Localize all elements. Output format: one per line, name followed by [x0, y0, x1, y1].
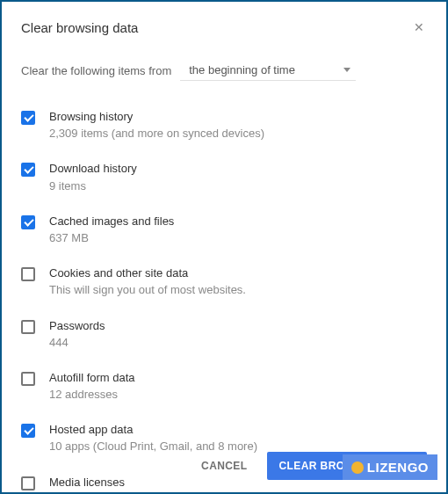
item-sublabel: 9 items [49, 178, 427, 194]
item-label: Hosted app data [49, 422, 427, 438]
item-sublabel: 637 MB [49, 230, 427, 246]
list-item: Passwords444 [21, 309, 427, 361]
item-text: Autofill form data12 addresses [49, 370, 427, 403]
list-item: Browsing history2,309 items (and more on… [21, 100, 427, 152]
clear-button[interactable]: CLEAR BROWSING DATA [267, 452, 427, 480]
clear-data-dialog: Clear browsing data ✕ Clear the followin… [2, 2, 446, 494]
item-text: Download history9 items [49, 161, 427, 193]
list-item: Autofill form data12 addresses [21, 361, 427, 413]
item-sublabel: This will sign you out of most websites. [49, 282, 427, 298]
checkbox[interactable] [21, 215, 35, 229]
chevron-down-icon [343, 68, 350, 72]
close-icon[interactable]: ✕ [411, 19, 427, 35]
item-text: Passwords444 [49, 318, 427, 351]
list-item: Cookies and other site dataThis will sig… [21, 257, 427, 309]
item-label: Passwords [49, 318, 427, 334]
item-label: Cached images and files [49, 214, 427, 229]
item-label: Browsing history [49, 109, 427, 125]
item-label: Autofill form data [49, 370, 427, 386]
time-range-label: Clear the following items from [21, 64, 171, 77]
checkbox[interactable] [21, 424, 35, 438]
time-range-value: the beginning of time [189, 63, 295, 76]
item-text: Cookies and other site dataThis will sig… [49, 265, 427, 298]
item-sublabel: 2,309 items (and more on synced devices) [49, 126, 427, 142]
cancel-button[interactable]: CANCEL [189, 452, 259, 480]
checkbox[interactable] [21, 111, 35, 125]
checkbox[interactable] [21, 163, 35, 177]
item-text: Hosted app data10 apps (Cloud Print, Gma… [49, 422, 427, 454]
item-text: Cached images and files637 MB [49, 214, 427, 246]
time-range-select[interactable]: the beginning of time [180, 60, 356, 81]
item-label: Cookies and other site data [49, 265, 427, 281]
checkbox[interactable] [21, 267, 35, 281]
item-sublabel: 444 [49, 335, 427, 351]
dialog-header: Clear browsing data ✕ [21, 19, 427, 35]
item-label: Download history [49, 161, 427, 177]
checkbox[interactable] [21, 372, 35, 386]
dialog-actions: CANCEL CLEAR BROWSING DATA [2, 452, 446, 480]
items-list: Browsing history2,309 items (and more on… [21, 100, 427, 494]
item-sublabel: 12 addresses [49, 387, 427, 403]
list-item: Cached images and files637 MB [21, 205, 427, 257]
list-item: Download history9 items [21, 152, 427, 204]
time-range-row: Clear the following items from the begin… [21, 60, 427, 81]
item-text: Browsing history2,309 items (and more on… [49, 109, 427, 142]
dialog-title: Clear browsing data [21, 20, 138, 35]
checkbox[interactable] [21, 320, 35, 334]
